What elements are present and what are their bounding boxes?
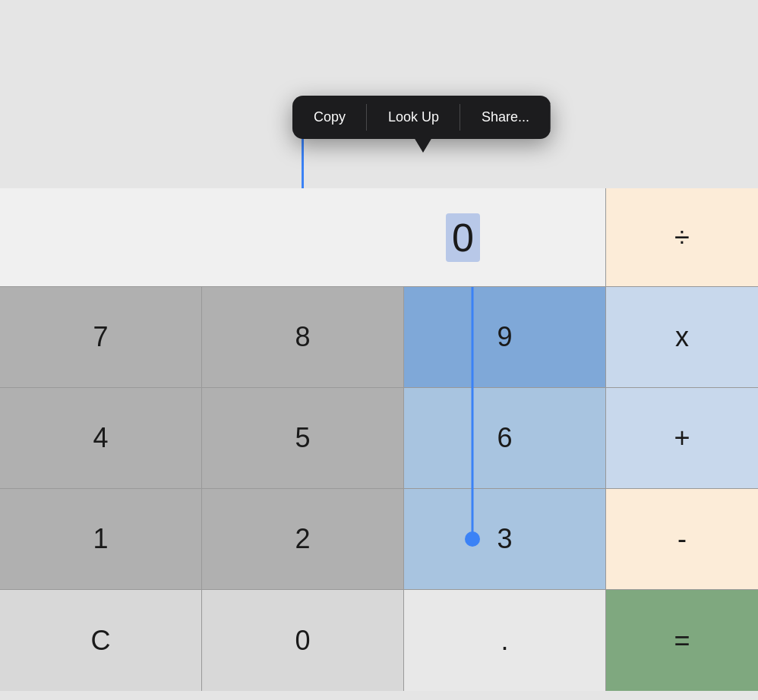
- key-3[interactable]: 3: [404, 489, 606, 589]
- key-row-456: 4 5 6 +: [0, 388, 758, 489]
- key-8[interactable]: 8: [202, 287, 404, 387]
- copy-menu-item[interactable]: Copy: [292, 96, 367, 139]
- key-5[interactable]: 5: [202, 388, 404, 488]
- context-menu: Copy Look Up Share...: [292, 96, 551, 139]
- key-equals[interactable]: =: [606, 590, 758, 691]
- key-4[interactable]: 4: [0, 388, 202, 488]
- calculator: 0 ÷ 7 8 9 x 4 5 6 + 1 2 3 -: [0, 188, 758, 700]
- key-row-789: 7 8 9 x: [0, 287, 758, 388]
- key-7[interactable]: 7: [0, 287, 202, 387]
- share-menu-item[interactable]: Share...: [460, 96, 551, 139]
- lookup-menu-item[interactable]: Look Up: [367, 96, 460, 139]
- display-zero: 0: [446, 213, 480, 262]
- display-main: 0: [0, 188, 606, 286]
- key-9[interactable]: 9: [404, 287, 606, 387]
- key-subtract[interactable]: -: [606, 489, 758, 589]
- keypad: 7 8 9 x 4 5 6 + 1 2 3 - C 0 . =: [0, 287, 758, 691]
- display-row: 0 ÷: [0, 188, 758, 287]
- key-multiply[interactable]: x: [606, 287, 758, 387]
- key-add[interactable]: +: [606, 388, 758, 488]
- key-2[interactable]: 2: [202, 489, 404, 589]
- key-0[interactable]: 0: [202, 590, 404, 691]
- context-menu-arrow: [414, 137, 432, 153]
- key-1[interactable]: 1: [0, 489, 202, 589]
- key-row-123: 1 2 3 -: [0, 489, 758, 590]
- key-dot[interactable]: .: [404, 590, 606, 691]
- divide-key[interactable]: ÷: [606, 188, 758, 286]
- key-clear[interactable]: C: [0, 590, 202, 691]
- key-row-c0dot: C 0 . =: [0, 590, 758, 691]
- key-6[interactable]: 6: [404, 388, 606, 488]
